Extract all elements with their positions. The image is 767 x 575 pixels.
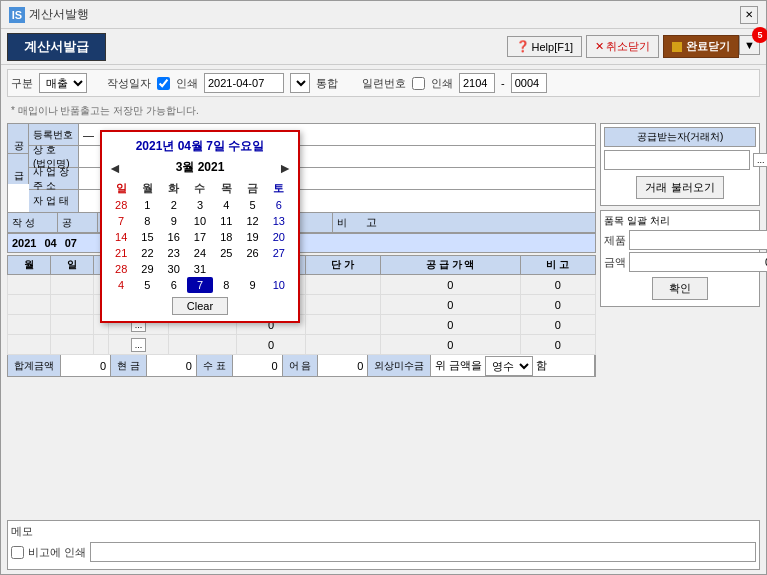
calendar-day[interactable]: 20 [266, 229, 292, 245]
calendar-day[interactable]: 4 [213, 197, 239, 213]
hal-label: 함 [536, 358, 547, 373]
calendar-day[interactable]: 4 [108, 277, 134, 293]
cell-price [305, 335, 380, 355]
calendar-day[interactable]: 23 [161, 245, 187, 261]
calendar-day[interactable]: 24 [187, 245, 213, 261]
table-row: ... 0 0 0 [8, 295, 596, 315]
memo-label-row: 메모 [11, 524, 756, 539]
calendar-day[interactable]: 5 [239, 197, 265, 213]
save-icon [672, 42, 682, 52]
check-input[interactable] [237, 356, 281, 376]
calendar-day[interactable]: 28 [108, 261, 134, 277]
bill-input[interactable] [322, 356, 366, 376]
calendar-day[interactable]: 7 [108, 213, 134, 229]
item-dot-button[interactable]: ... [131, 338, 147, 352]
memo-checkbox-label: 비고에 인쇄 [28, 545, 86, 560]
calendar-day[interactable]: 2 [161, 197, 187, 213]
writer-label: 작 성 [8, 213, 58, 232]
calendar-day[interactable]: 11 [213, 213, 239, 229]
receive-select[interactable]: 영수 청구 [485, 356, 533, 376]
calendar-day[interactable]: 9 [239, 277, 265, 293]
cal-header-fri: 금 [239, 180, 265, 197]
calendar-day[interactable]: 28 [108, 197, 134, 213]
date-dropdown[interactable] [290, 73, 310, 93]
calendar-month-label: 3월 2021 [176, 159, 225, 176]
supplier-dot-button[interactable]: ... [753, 153, 767, 167]
bi-label: 비 [332, 213, 362, 232]
calendar-day[interactable]: 19 [239, 229, 265, 245]
memo-checkbox[interactable] [11, 546, 24, 559]
calendar-next-button[interactable]: ► [278, 160, 292, 176]
memo-section: 메모 비고에 인쇄 [7, 520, 760, 570]
writer-row: 작 성 공 비 고 [7, 213, 596, 233]
calendar-day[interactable]: 12 [239, 213, 265, 229]
calendar-day[interactable]: 27 [266, 245, 292, 261]
product-row: 제품 ... [604, 230, 756, 250]
calendar-day[interactable]: 22 [134, 245, 160, 261]
amount-input[interactable] [629, 252, 767, 272]
complete-button[interactable]: 완료닫기 [663, 35, 739, 58]
close-button[interactable]: ✕ [740, 6, 758, 24]
company2-label: 공 [58, 213, 98, 232]
calendar-day[interactable]: 26 [239, 245, 265, 261]
calendar-day[interactable]: 6 [161, 277, 187, 293]
top-form-row: 구분 매출 매입 작성일자 인쇄 통합 일련번호 인쇄 - [7, 69, 760, 97]
cell-day [50, 315, 93, 335]
calendar-day[interactable]: 14 [108, 229, 134, 245]
insae2-checkbox[interactable] [412, 77, 425, 90]
calendar-day[interactable]: 9 [161, 213, 187, 229]
calendar-day[interactable]: 8 [213, 277, 239, 293]
calendar-day[interactable]: 10 [266, 277, 292, 293]
table-row: ... 0 0 0 [8, 315, 596, 335]
calendar-day[interactable]: 30 [161, 261, 187, 277]
calendar-day[interactable]: 10 [187, 213, 213, 229]
calendar-day[interactable]: 8 [134, 213, 160, 229]
trade-button[interactable]: 거래 불러오기 [636, 176, 723, 199]
memo-input[interactable] [90, 542, 756, 562]
go-label: 고 [362, 213, 596, 232]
question-icon: ❓ [516, 40, 530, 53]
illyeon-input2[interactable] [511, 73, 547, 93]
calendar-day[interactable]: 16 [161, 229, 187, 245]
date-row: 2021 04 07 [7, 233, 596, 253]
calendar-day[interactable]: 15 [134, 229, 160, 245]
cell-supply: 0 [380, 295, 520, 315]
calendar-prev-button[interactable]: ◄ [108, 160, 122, 176]
items-bulk-label: 품목 일괄 처리 [604, 214, 756, 228]
right-panel: 공급받는자(거래처) ... 거래 불러오기 품목 일괄 처리 제품 [600, 123, 760, 517]
complete-wrapper: 완료닫기 5 ▼ [663, 35, 760, 58]
calendar-day[interactable]: 18 [213, 229, 239, 245]
total-input[interactable] [65, 356, 109, 376]
confirm-button[interactable]: 확인 [652, 277, 708, 300]
supplier-input[interactable] [604, 150, 750, 170]
supplier-label: 공급받는자(거래처) [604, 127, 756, 147]
calendar-day[interactable]: 31 [187, 261, 213, 277]
insae-checkbox[interactable] [157, 77, 170, 90]
cancel-button[interactable]: ✕ 취소닫기 [586, 35, 659, 58]
cell-note: 0 [520, 335, 595, 355]
cell-dotbtn[interactable]: ... [108, 335, 169, 355]
date-input[interactable] [204, 73, 284, 93]
bill-value [318, 355, 368, 376]
calendar-day[interactable]: 3 [187, 197, 213, 213]
calendar-day[interactable]: 29 [134, 261, 160, 277]
calendar-clear-button[interactable]: Clear [172, 297, 228, 315]
cell-spec [169, 335, 237, 355]
calendar-day[interactable]: 1 [134, 197, 160, 213]
cal-header-wed: 수 [187, 180, 213, 197]
calendar-day[interactable]: 6 [266, 197, 292, 213]
illyeon-dash: - [501, 77, 505, 89]
calendar-day[interactable]: 25 [213, 245, 239, 261]
calendar-day[interactable]: 7 [187, 277, 213, 293]
product-input[interactable] [629, 230, 767, 250]
calendar-day[interactable]: 13 [266, 213, 292, 229]
cash-input[interactable] [151, 356, 195, 376]
calendar-day[interactable]: 21 [108, 245, 134, 261]
illyeon-input1[interactable] [459, 73, 495, 93]
worker-label: 자 업 태 [29, 190, 79, 212]
calendar-day[interactable]: 17 [187, 229, 213, 245]
help-button[interactable]: ❓ Help[F1] [507, 36, 583, 57]
calendar-day[interactable]: 5 [134, 277, 160, 293]
cell-price [305, 275, 380, 295]
gubun-select[interactable]: 매출 매입 [39, 73, 87, 93]
